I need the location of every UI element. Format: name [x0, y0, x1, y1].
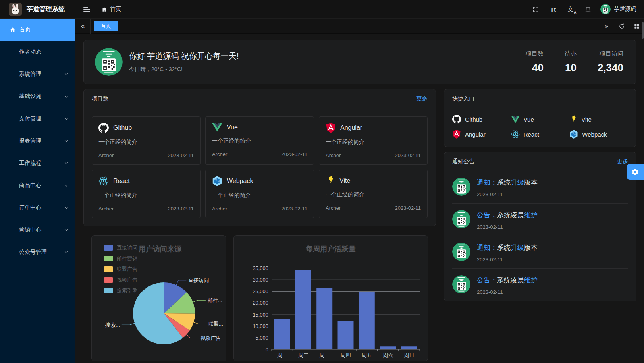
- stat-todo: 待办 10: [565, 50, 577, 74]
- sidebar-fold-icon[interactable]: [81, 4, 93, 14]
- sidebar: 首页 作者动态 系统管理 基础设施 支付管理 报表管理 工作流程 商品中心 订单…: [0, 19, 75, 363]
- notice-item[interactable]: 公告：系统凌晨维护 2023-02-11: [452, 203, 628, 236]
- notice-avatar: [452, 178, 470, 196]
- gear-icon: [631, 168, 639, 176]
- stat-visits: 项目访问 2,340: [598, 50, 623, 74]
- grid-icon: [634, 23, 640, 29]
- quick-entry-label: Github: [465, 116, 482, 123]
- font-size-button[interactable]: Tt: [546, 2, 560, 16]
- legend-item-直接访问[interactable]: 直接访问: [104, 244, 137, 251]
- fullscreen-button[interactable]: [529, 2, 542, 16]
- bar-周五[interactable]: [359, 292, 375, 349]
- tabs-scroll-left-button[interactable]: «: [75, 19, 91, 34]
- legend-item-搜索引擎[interactable]: 搜索引擎: [104, 287, 137, 294]
- language-button[interactable]: 文A: [564, 2, 577, 16]
- theme-settings-button[interactable]: [627, 164, 644, 180]
- chevron-down-icon: [64, 183, 69, 188]
- pie-callout-label: 视频广告: [201, 335, 221, 341]
- app-logo-rabbit: [9, 3, 22, 16]
- chevron-down-icon: [64, 205, 69, 210]
- sidebar-item-product[interactable]: 商品中心: [0, 174, 75, 197]
- sidebar-item-report[interactable]: 报表管理: [0, 130, 75, 152]
- pie-callout-line: [193, 300, 206, 302]
- bar-周一[interactable]: [274, 319, 290, 349]
- sidebar-item-infra[interactable]: 基础设施: [0, 85, 75, 108]
- legend-label: 邮件营销: [117, 255, 137, 262]
- bar-周日[interactable]: [401, 346, 417, 349]
- chevron-down-icon: [64, 138, 69, 144]
- project-card-github[interactable]: Github 一个正经的简介 Archer2023-02-11: [92, 116, 201, 165]
- sidebar-item-payment[interactable]: 支付管理: [0, 108, 75, 130]
- stat-divider: [587, 58, 587, 66]
- project-card-react[interactable]: React 一个正经的简介 Archer2023-02-11: [92, 170, 201, 218]
- project-date: 2023-02-11: [281, 206, 307, 212]
- sidebar-item-home[interactable]: 首页: [0, 19, 75, 41]
- tabs-scroll-right-button[interactable]: »: [599, 19, 614, 34]
- bar-chart-title: 每周用户活跃量: [234, 244, 428, 254]
- project-card-vue[interactable]: Vue 一个正经的简介 Archer2023-02-11: [205, 116, 314, 165]
- notice-item[interactable]: 通知：系统升级版本 2023-02-11: [452, 171, 628, 203]
- pie-callout-line: [122, 323, 135, 325]
- notice-avatar: [452, 275, 470, 293]
- chevron-down-icon: [64, 71, 69, 77]
- legend-label: 联盟广告: [117, 266, 137, 273]
- quick-entry-card: 快捷入口 Github Vue Vite Angular React Webpa…: [444, 89, 636, 147]
- sidebar-item-order[interactable]: 订单中心: [0, 197, 75, 219]
- project-author: Archer: [212, 151, 227, 157]
- sidebar-item-system[interactable]: 系统管理: [0, 63, 75, 85]
- project-date: 2023-02-11: [281, 151, 307, 157]
- sidebar-item-workflow[interactable]: 工作流程: [0, 152, 75, 174]
- project-desc: 一个正经的简介: [98, 192, 194, 199]
- pie-callout-line: [187, 334, 199, 338]
- notices-more-link[interactable]: 更多: [617, 158, 628, 165]
- legend-label: 搜索引擎: [117, 287, 137, 294]
- stat-projects: 项目数 40: [526, 50, 544, 74]
- project-card-vite[interactable]: Vite 一个正经的简介 Archer2023-02-11: [319, 170, 428, 218]
- home-icon: [10, 27, 16, 33]
- quick-entry-webpack[interactable]: Webpack: [569, 130, 628, 139]
- project-card-webpack[interactable]: Webpack 一个正经的简介 Archer2023-02-11: [205, 170, 314, 218]
- quick-entry-github[interactable]: Github: [452, 115, 511, 124]
- tab-home[interactable]: 首页: [94, 21, 118, 31]
- breadcrumb[interactable]: 首页: [101, 6, 121, 13]
- legend-item-邮件营销[interactable]: 邮件营销: [104, 255, 137, 262]
- sidebar-item-marketing[interactable]: 营销中心: [0, 219, 75, 241]
- notice-date: 2023-02-11: [477, 257, 538, 263]
- notice-item[interactable]: 公告：系统凌晨维护 2023-02-11: [452, 268, 628, 301]
- sidebar-item-author-news[interactable]: 作者动态: [0, 41, 75, 63]
- legend-item-联盟广告[interactable]: 联盟广告: [104, 266, 137, 273]
- notice-date: 2023-02-11: [477, 191, 538, 197]
- quick-entry-vue[interactable]: Vue: [511, 115, 570, 124]
- quick-entry-label: Angular: [465, 131, 486, 138]
- notices-title: 通知公告: [452, 158, 474, 165]
- legend-item-视频广告[interactable]: 视频广告: [104, 276, 137, 284]
- notice-item[interactable]: 通知：系统升级版本 2023-02-11: [452, 236, 628, 268]
- brand: 芋道管理系统: [0, 3, 75, 16]
- tab-refresh-button[interactable]: [614, 19, 629, 34]
- y-axis-tick-label: 10,000: [253, 323, 268, 329]
- quick-entry-react[interactable]: React: [511, 130, 570, 139]
- quick-entry-vite[interactable]: Vite: [569, 115, 628, 124]
- sidebar-item-wechat-official[interactable]: 公众号管理: [0, 241, 75, 263]
- scrollbar-thumb[interactable]: [642, 22, 644, 39]
- tabs: 首页: [91, 21, 599, 31]
- header-actions: Tt 文A 芋道源码: [529, 2, 644, 16]
- project-desc: 一个正经的简介: [98, 139, 194, 146]
- notification-bell-button[interactable]: [581, 2, 595, 16]
- legend-label: 视频广告: [117, 276, 137, 284]
- user-menu[interactable]: 芋道源码: [600, 4, 636, 14]
- sidebar-item-label: 订单中心: [19, 204, 41, 211]
- bar-周四[interactable]: [338, 321, 354, 349]
- bar-周二[interactable]: [295, 270, 311, 349]
- bar-周六[interactable]: [380, 346, 396, 349]
- bar-周三[interactable]: [316, 288, 332, 349]
- refresh-icon: [619, 23, 625, 29]
- page-scrollbar[interactable]: [641, 19, 644, 363]
- chevron-down-icon: [64, 116, 69, 122]
- chevron-down-icon: [64, 249, 69, 255]
- project-card-angular[interactable]: Angular 一个正经的简介 Archer2023-02-11: [319, 116, 428, 165]
- quick-entry-angular[interactable]: Angular: [452, 130, 511, 139]
- chevron-down-icon: [64, 227, 69, 233]
- projects-more-link[interactable]: 更多: [416, 95, 428, 102]
- stat-value: 40: [532, 62, 544, 74]
